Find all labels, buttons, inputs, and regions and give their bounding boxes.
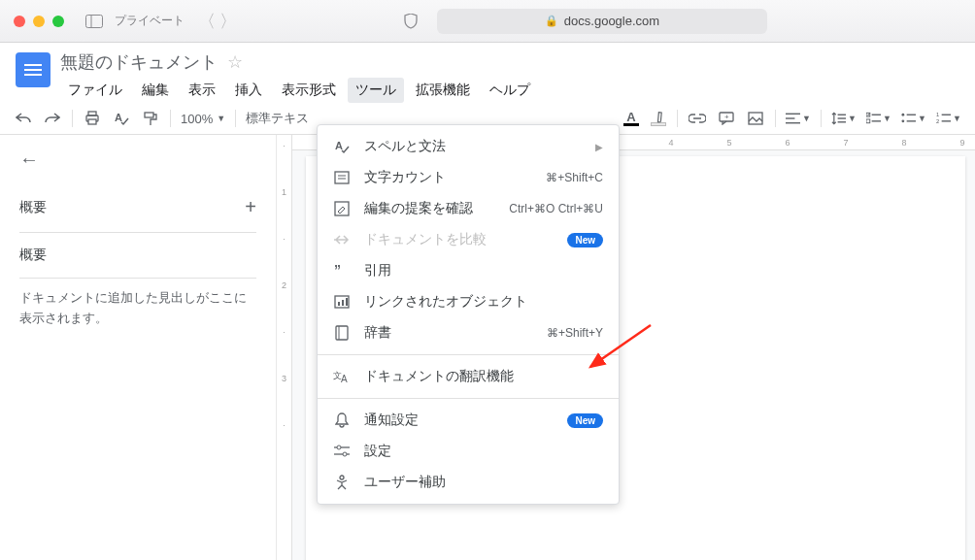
- forward-button[interactable]: 〉: [219, 10, 237, 33]
- tools-translate-label: ドキュメントの翻訳機能: [364, 368, 514, 385]
- menu-help[interactable]: ヘルプ: [482, 78, 538, 103]
- tools-compare: ドキュメントを比較 New: [318, 224, 619, 255]
- redo-button[interactable]: [43, 109, 62, 128]
- tools-accessibility-label: ユーザー補助: [364, 474, 446, 491]
- new-badge: New: [567, 233, 603, 247]
- menu-format[interactable]: 表示形式: [274, 78, 344, 103]
- outline-sidebar: ← 概要 + 概要 ドキュメントに追加した見出しがここに表示されます。: [0, 135, 277, 560]
- private-mode-label: プライベート: [115, 13, 185, 29]
- line-spacing-button[interactable]: ▼: [831, 109, 857, 128]
- tools-notifications-label: 通知設定: [364, 412, 419, 429]
- add-heading-button[interactable]: +: [245, 196, 256, 218]
- outline-heading: 概要: [19, 199, 47, 216]
- citations-icon: ”: [333, 262, 351, 280]
- tools-review[interactable]: 編集の提案を確認 Ctrl+⌘O Ctrl+⌘U: [318, 193, 619, 224]
- text-color-button[interactable]: A: [622, 110, 640, 127]
- chevron-down-icon: ▼: [217, 114, 225, 123]
- tools-linked-label: リンクされたオブジェクト: [364, 293, 527, 311]
- tools-wordcount-shortcut: ⌘+Shift+C: [546, 171, 603, 184]
- zoom-select[interactable]: 100% ▼: [181, 112, 225, 126]
- svg-rect-0: [86, 15, 103, 27]
- docs-logo-icon[interactable]: [16, 52, 50, 87]
- address-bar[interactable]: 🔒 docs.google.com: [437, 9, 767, 34]
- style-value: 標準テキス: [246, 110, 309, 127]
- menu-bar: ファイル 編集 表示 挿入 表示形式 ツール 拡張機能 ヘルプ: [60, 78, 538, 103]
- svg-text:A: A: [341, 374, 348, 384]
- tools-notifications[interactable]: 通知設定 New: [318, 405, 619, 436]
- menu-file[interactable]: ファイル: [60, 78, 130, 103]
- tools-citations[interactable]: ” 引用: [318, 255, 619, 286]
- align-button[interactable]: ▼: [786, 109, 811, 128]
- svg-point-20: [901, 114, 904, 116]
- link-button[interactable]: [688, 109, 707, 128]
- undo-button[interactable]: [14, 109, 33, 128]
- tools-review-label: 編集の提案を確認: [364, 200, 473, 217]
- highlight-button[interactable]: [650, 110, 667, 127]
- tools-dictionary-shortcut: ⌘+Shift+Y: [547, 326, 603, 340]
- tools-accessibility[interactable]: ユーザー補助: [318, 467, 619, 498]
- image-button[interactable]: [746, 109, 765, 128]
- tools-settings-label: 設定: [364, 443, 391, 460]
- tools-spelling-label: スペルと文法: [364, 138, 446, 155]
- back-arrow-icon[interactable]: ←: [19, 148, 256, 171]
- svg-rect-35: [338, 302, 340, 306]
- svg-text:A: A: [335, 140, 343, 151]
- back-button[interactable]: 〈: [198, 10, 216, 33]
- wordcount-icon: [333, 169, 351, 186]
- svg-rect-29: [335, 172, 349, 183]
- svg-rect-38: [336, 326, 348, 340]
- menu-tools[interactable]: ツール: [348, 78, 404, 103]
- menu-insert[interactable]: 挿入: [227, 78, 270, 103]
- paragraph-style-select[interactable]: 標準テキス: [246, 110, 309, 127]
- minimize-window-button[interactable]: [33, 16, 45, 27]
- svg-rect-4: [88, 119, 96, 124]
- svg-rect-18: [866, 119, 870, 123]
- tools-dropdown: A スペルと文法 ▶ 文字カウント ⌘+Shift+C 編集の提案を確認 Ctr…: [317, 124, 620, 505]
- svg-point-43: [337, 445, 341, 449]
- compare-icon: [333, 231, 351, 248]
- bullet-list-button[interactable]: ▼: [901, 109, 926, 128]
- maximize-window-button[interactable]: [52, 16, 64, 27]
- tools-compare-label: ドキュメントを比較: [364, 231, 487, 248]
- svg-text:+: +: [724, 113, 729, 121]
- comment-button[interactable]: +: [717, 109, 736, 128]
- tools-dictionary[interactable]: 辞書 ⌘+Shift+Y: [318, 317, 619, 348]
- sliders-icon: [333, 443, 351, 460]
- bell-icon: [333, 412, 351, 429]
- svg-rect-32: [335, 202, 349, 215]
- spellcheck-button[interactable]: A: [112, 109, 131, 128]
- spellcheck-icon: A: [333, 138, 351, 155]
- tools-settings[interactable]: 設定: [318, 436, 619, 467]
- paint-format-button[interactable]: [141, 109, 160, 128]
- svg-text:1: 1: [936, 112, 939, 117]
- svg-point-45: [343, 452, 347, 456]
- svg-point-46: [340, 476, 344, 479]
- sidebar-toggle-icon[interactable]: [85, 15, 107, 28]
- print-button[interactable]: [83, 109, 102, 128]
- close-window-button[interactable]: [14, 16, 25, 27]
- url-text: docs.google.com: [564, 14, 659, 28]
- toolbar-right-group: A + ▼ ▼ ▼ ▼ 12▼: [622, 109, 961, 128]
- svg-text:2: 2: [936, 118, 939, 124]
- submenu-arrow-icon: ▶: [595, 142, 603, 152]
- checklist-button[interactable]: ▼: [866, 109, 891, 128]
- tools-dictionary-label: 辞書: [364, 324, 391, 342]
- tools-linked[interactable]: リンクされたオブジェクト: [318, 286, 619, 317]
- numbered-list-button[interactable]: 12▼: [936, 109, 961, 128]
- accessibility-icon: [333, 474, 351, 491]
- menu-view[interactable]: 表示: [181, 78, 223, 103]
- star-icon[interactable]: ☆: [227, 51, 243, 73]
- menu-extensions[interactable]: 拡張機能: [408, 78, 478, 103]
- tools-wordcount-label: 文字カウント: [364, 169, 446, 186]
- svg-rect-3: [88, 112, 96, 115]
- menu-edit[interactable]: 編集: [134, 78, 177, 103]
- svg-rect-37: [346, 298, 348, 306]
- tools-spelling[interactable]: A スペルと文法 ▶: [318, 131, 619, 162]
- tools-wordcount[interactable]: 文字カウント ⌘+Shift+C: [318, 162, 619, 193]
- document-title[interactable]: 無題のドキュメント: [60, 50, 218, 74]
- shield-icon[interactable]: [404, 14, 418, 29]
- outline-heading-2: 概要: [19, 247, 47, 264]
- tools-translate[interactable]: 文A ドキュメントの翻訳機能: [318, 361, 619, 392]
- zoom-value: 100%: [181, 112, 213, 126]
- translate-icon: 文A: [333, 368, 351, 385]
